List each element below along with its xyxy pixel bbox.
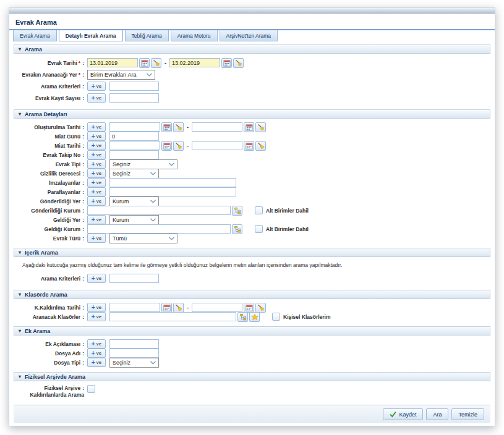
chevron-down-icon: [150, 361, 156, 365]
gizlilik-derecesi-select[interactable]: Seçiniz: [109, 169, 159, 179]
calendar-icon: [141, 59, 148, 67]
and-condition-button[interactable]: +ve: [87, 169, 106, 178]
dosya-adi-input[interactable]: [109, 348, 159, 358]
and-condition-button[interactable]: +ve: [87, 187, 106, 196]
calendar-icon: [163, 142, 171, 150]
clear-button[interactable]: Temizle: [451, 408, 484, 420]
section-header-arama[interactable]: ▾ Arama: [14, 44, 490, 54]
and-condition-button[interactable]: +ve: [87, 196, 106, 206]
dosya-tipi-select[interactable]: Seçiniz: [109, 358, 159, 368]
miat-tarihi-from-input[interactable]: [109, 141, 160, 150]
geldigi-kurum-input[interactable]: [87, 224, 231, 234]
section-header-ek-arama[interactable]: ▾ Ek Arama: [14, 326, 490, 336]
and-condition-button[interactable]: +ve: [87, 82, 106, 91]
fiziksel-arsive-checkbox[interactable]: [87, 385, 95, 393]
calendar-picker-button[interactable]: [244, 141, 254, 151]
calendar-picker-button[interactable]: [161, 303, 172, 313]
calendar-picker-button[interactable]: [244, 122, 254, 132]
arama-kriterleri-input[interactable]: [109, 82, 159, 91]
search-button[interactable]: Ara: [426, 408, 448, 420]
calendar-icon: [246, 124, 253, 131]
and-condition-button[interactable]: +ve: [87, 274, 106, 283]
clear-date-button[interactable]: [173, 141, 184, 151]
and-condition-button[interactable]: +ve: [87, 141, 106, 150]
and-condition-button[interactable]: +ve: [87, 348, 106, 358]
calendar-picker-button[interactable]: [139, 58, 150, 68]
evrak-tarihi-to-input[interactable]: [169, 58, 220, 67]
miat-tarihi-to-input[interactable]: [192, 141, 242, 150]
tab-arsivnetten-arama[interactable]: ArşivNet'ten Arama: [220, 30, 278, 41]
and-condition-button[interactable]: +ve: [87, 132, 106, 141]
imzalayanlar-label: İmzalayanlar:: [19, 180, 84, 186]
evrak-tarihi-from-input[interactable]: [87, 58, 138, 67]
tab-arama-motoru[interactable]: Arama Motoru: [171, 30, 218, 41]
olusturulma-tarihi-from-input[interactable]: [109, 122, 160, 132]
row-ek-aciklamasi: Ek Açıklaması: +ve: [19, 339, 485, 348]
tab-evrak-arama[interactable]: Evrak Arama: [13, 30, 57, 41]
section-header-icerik-arama[interactable]: ▾ İçerik Arama: [14, 248, 490, 257]
title-bar: Evrak Arama: [9, 14, 495, 29]
chevron-down-icon: [169, 237, 174, 240]
calendar-picker-button[interactable]: [161, 122, 172, 132]
section-header-klasorde-arama[interactable]: ▾ Klasörde Arama: [14, 290, 490, 299]
icerik-arama-kriterleri-input[interactable]: [109, 274, 159, 283]
ek-aciklamasi-input[interactable]: [109, 339, 159, 348]
select-organization-button[interactable]: [232, 206, 242, 216]
evrak-kayit-sayisi-input[interactable]: [109, 93, 159, 103]
calendar-picker-button[interactable]: [161, 141, 172, 151]
section-header-arama-detaylari[interactable]: ▾ Arama Detayları: [14, 109, 490, 119]
clear-date-button[interactable]: [151, 58, 161, 68]
and-condition-button[interactable]: +ve: [87, 215, 106, 224]
calendar-picker-button[interactable]: [221, 58, 232, 68]
save-button[interactable]: Kaydet: [383, 408, 423, 420]
and-condition-button[interactable]: +ve: [87, 234, 106, 243]
tab-detayli-evrak-arama[interactable]: Detaylı Evrak Arama: [59, 30, 123, 41]
and-condition-button[interactable]: +ve: [87, 303, 106, 312]
and-condition-button[interactable]: +ve: [87, 122, 106, 132]
gonderildigi-yer-select[interactable]: Kurum: [109, 196, 159, 206]
clear-date-button[interactable]: [255, 303, 266, 313]
and-condition-button[interactable]: +ve: [87, 358, 106, 367]
and-condition-button[interactable]: +ve: [87, 312, 106, 321]
broom-icon: [257, 304, 265, 311]
dosya-adi-label: Dosya Adı:: [19, 350, 84, 357]
geldigi-yer-select[interactable]: Kurum: [109, 215, 159, 225]
aranacak-klasorler-input[interactable]: [109, 312, 236, 321]
favorite-folders-button[interactable]: [249, 312, 260, 322]
gonderildigi-kurum-input[interactable]: [87, 206, 231, 215]
clear-date-button[interactable]: [255, 141, 266, 151]
and-condition-button[interactable]: +ve: [87, 93, 106, 103]
alt-birimler-dahil-checkbox[interactable]: [255, 225, 263, 233]
imzalayanlar-input[interactable]: [109, 178, 236, 187]
clear-date-button[interactable]: [255, 122, 266, 132]
select-organization-button[interactable]: [232, 224, 242, 234]
olusturulma-tarihi-to-input[interactable]: [192, 122, 242, 132]
miat-gunu-input[interactable]: [109, 132, 159, 141]
broom-icon: [257, 142, 265, 150]
tab-teblig-arama[interactable]: Tebliğ Arama: [125, 30, 169, 41]
section-klasorde-arama: ▾ Klasörde Arama K.Kaldırılma Tarihi: +v…: [14, 290, 490, 324]
kaldirilma-tarihi-to-input[interactable]: [192, 303, 242, 312]
section-title: Arama Detayları: [25, 111, 67, 117]
clear-date-button[interactable]: [173, 122, 184, 132]
and-condition-button[interactable]: +ve: [87, 159, 106, 169]
evrak-turu-select[interactable]: Tümü: [109, 234, 177, 243]
section-body-arama-detaylari: Oluşturulma Tarihi: +ve - Miat Günü: +ve: [14, 119, 490, 246]
and-condition-button[interactable]: +ve: [87, 178, 106, 187]
tab-bar: Evrak Arama Detaylı Evrak Arama Tebliğ A…: [9, 29, 495, 41]
alt-birimler-dahil-checkbox[interactable]: [255, 206, 263, 214]
clear-date-button[interactable]: [173, 303, 184, 313]
and-condition-button[interactable]: +ve: [87, 150, 106, 159]
kaldirilma-tarihi-from-input[interactable]: [109, 303, 160, 312]
calendar-picker-button[interactable]: [244, 303, 254, 313]
evrak-tipi-select[interactable]: Seçiniz: [109, 159, 177, 169]
icerik-arama-kriterleri-label: Arama Kriterleri:: [19, 276, 84, 282]
clear-date-button[interactable]: [233, 58, 244, 68]
section-header-fiziksel-arsivde-arama[interactable]: ▾ Fiziksel Arşivde Arama: [14, 372, 490, 381]
and-condition-button[interactable]: +ve: [87, 339, 106, 348]
evrak-takip-no-input[interactable]: [109, 150, 159, 159]
aranacak-yer-select[interactable]: Birim Evrakları Ara: [87, 70, 155, 80]
select-folder-button[interactable]: [237, 312, 248, 322]
paraflayanlar-input[interactable]: [109, 187, 236, 196]
kisisel-klasorlerim-checkbox[interactable]: [272, 313, 280, 321]
